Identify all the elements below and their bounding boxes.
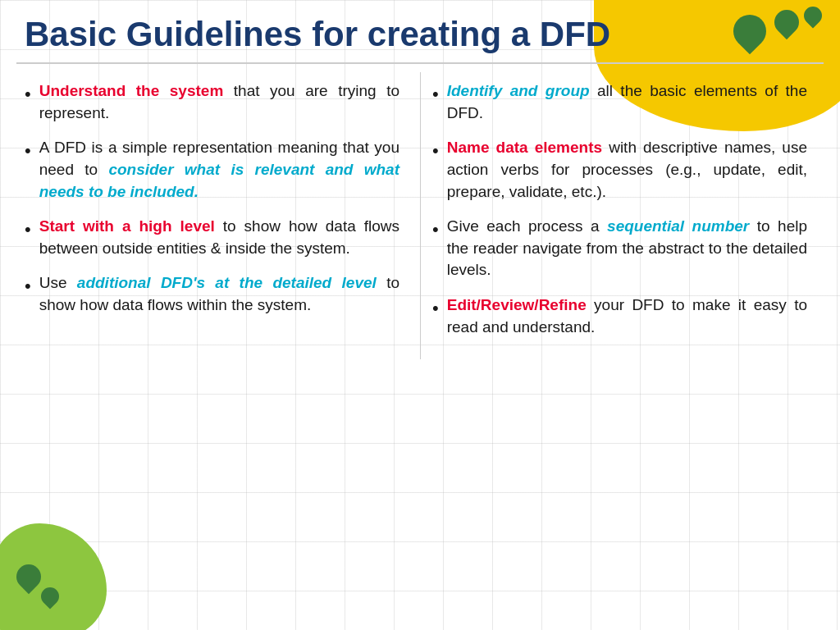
bullet-text: Name data elements with descriptive name… [447, 137, 807, 203]
page-title: Basic Guidelines for creating a DFD [0, 0, 840, 62]
list-item: • Identify and group all the basic eleme… [432, 80, 807, 124]
bullet-dot: • [25, 274, 31, 299]
highlight-text: additional DFD's at the detailed level [77, 274, 377, 291]
highlight-text: Understand the system [39, 82, 224, 99]
bullet-dot: • [25, 82, 31, 107]
highlight-text: consider what is relevant and what needs… [39, 161, 399, 200]
bullet-dot: • [432, 217, 439, 243]
bullet-dot: • [25, 217, 31, 243]
bullet-text: Use additional DFD's at the detailed lev… [39, 272, 399, 316]
bullet-text: Edit/Review/Refine your DFD to make it e… [447, 294, 807, 338]
list-item: • Start with a high level to show how da… [25, 216, 399, 259]
left-column: • Understand the system that you are try… [16, 80, 408, 351]
list-item: • A DFD is a simple representation meani… [25, 137, 399, 203]
slide: Basic Guidelines for creating a DFD • Un… [0, 0, 840, 630]
list-item: • Edit/Review/Refine your DFD to make it… [432, 294, 807, 338]
bullet-text: Understand the system that you are tryin… [39, 80, 399, 124]
highlight-text: Start with a high level [39, 217, 215, 235]
list-item: • Use additional DFD's at the detailed l… [25, 272, 399, 316]
bullet-text: A DFD is a simple representation meaning… [39, 137, 399, 203]
right-column: • Identify and group all the basic eleme… [424, 80, 815, 351]
list-item: • Understand the system that you are try… [25, 80, 399, 124]
bullet-dot: • [432, 82, 439, 107]
content-area: • Understand the system that you are try… [0, 64, 840, 368]
bullet-dot: • [432, 139, 439, 164]
list-item: • Give each process a sequential number … [432, 216, 807, 281]
bullet-dot: • [25, 139, 31, 164]
bullet-text: Give each process a sequential number to… [447, 216, 807, 281]
bullet-text: Start with a high level to show how data… [39, 216, 399, 259]
highlight-text: Edit/Review/Refine [447, 296, 587, 313]
highlight-text: Identify and group [447, 82, 590, 99]
bullet-dot: • [432, 296, 439, 322]
bullet-text: Identify and group all the basic element… [447, 80, 807, 124]
highlight-text: sequential number [607, 217, 749, 235]
list-item: • Name data elements with descriptive na… [432, 137, 807, 203]
highlight-text: Name data elements [447, 139, 602, 156]
